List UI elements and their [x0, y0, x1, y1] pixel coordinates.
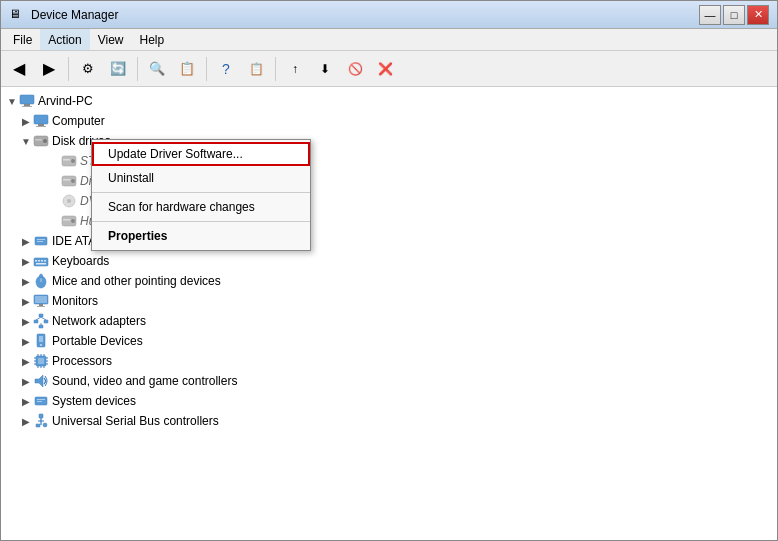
menu-view[interactable]: View [90, 29, 132, 50]
expander-ide[interactable]: ▶ [19, 234, 33, 248]
toolbar-forward[interactable]: ▶ [35, 55, 63, 83]
menu-action[interactable]: Action [40, 29, 89, 50]
ctx-properties[interactable]: Properties [92, 224, 310, 248]
svg-rect-67 [36, 424, 40, 427]
label-network: Network adapters [52, 314, 146, 328]
icon-dvd [61, 193, 77, 209]
tree-item-computer[interactable]: ▶ Computer [1, 111, 777, 131]
toolbar-sep-1 [68, 57, 69, 81]
svg-marker-60 [35, 375, 43, 387]
tree-item-usb[interactable]: ▶ Universal Serial Bus controllers [1, 411, 777, 431]
svg-rect-23 [34, 258, 48, 266]
expander-mice[interactable]: ▶ [19, 274, 33, 288]
toolbar-update[interactable]: 🔄 [104, 55, 132, 83]
toolbar-uninstall[interactable]: ❌ [371, 55, 399, 83]
svg-rect-64 [39, 414, 43, 418]
icon-processors [33, 353, 49, 369]
menu-help[interactable]: Help [132, 29, 173, 50]
icon-disk1 [61, 153, 77, 169]
toolbar-help1[interactable]: ? [212, 55, 240, 83]
expander-processors[interactable]: ▶ [19, 354, 33, 368]
svg-rect-24 [35, 260, 37, 262]
label-portable: Portable Devices [52, 334, 143, 348]
svg-rect-28 [36, 263, 46, 265]
expander-system[interactable]: ▶ [19, 394, 33, 408]
tree-item-arvindpc[interactable]: ▼ Arvind-PC [1, 91, 777, 111]
svg-rect-47 [38, 358, 44, 364]
menu-file[interactable]: File [5, 29, 40, 50]
expander-portable[interactable]: ▶ [19, 334, 33, 348]
svg-point-68 [43, 423, 47, 427]
icon-keyboards [33, 253, 49, 269]
icon-hu [61, 213, 77, 229]
svg-rect-14 [63, 179, 70, 181]
expander-monitors[interactable]: ▶ [19, 294, 33, 308]
ctx-update-driver[interactable]: Update Driver Software... [92, 142, 310, 166]
icon-computer [19, 93, 35, 109]
tree-item-sound[interactable]: ▶ Sound, video and game controllers [1, 371, 777, 391]
label-monitors: Monitors [52, 294, 98, 308]
svg-point-45 [40, 344, 42, 346]
toolbar-properties[interactable]: ⚙ [74, 55, 102, 83]
toolbar-help2[interactable]: 📋 [242, 55, 270, 83]
ctx-scan-hardware[interactable]: Scan for hardware changes [92, 195, 310, 219]
label-processors: Processors [52, 354, 112, 368]
window-title: Device Manager [31, 8, 118, 22]
tree-item-keyboards[interactable]: ▶ Keyboards [1, 251, 777, 271]
device-manager-window: 🖥 Device Manager — □ ✕ File Action View … [0, 0, 778, 541]
close-button[interactable]: ✕ [747, 5, 769, 25]
svg-rect-3 [34, 115, 48, 124]
window-controls: — □ ✕ [699, 5, 769, 25]
expander-computer[interactable]: ▶ [19, 114, 33, 128]
icon-mice [33, 273, 49, 289]
icon-computer-sub [33, 113, 49, 129]
icon-system [33, 393, 49, 409]
tree-item-processors[interactable]: ▶ Proces [1, 351, 777, 371]
label-arvindpc: Arvind-PC [38, 94, 93, 108]
icon-diskdrives [33, 133, 49, 149]
svg-rect-39 [39, 325, 43, 328]
expander-sound[interactable]: ▶ [19, 374, 33, 388]
toolbar-sep-4 [275, 57, 276, 81]
tree-item-portable[interactable]: ▶ Portable Devices [1, 331, 777, 351]
icon-monitors [33, 293, 49, 309]
toolbar-disable[interactable]: 🚫 [341, 55, 369, 83]
toolbar-sep-3 [206, 57, 207, 81]
svg-rect-4 [38, 124, 44, 126]
maximize-button[interactable]: □ [723, 5, 745, 25]
toolbar-add[interactable]: 📋 [173, 55, 201, 83]
expander-disk1 [47, 154, 61, 168]
svg-point-13 [71, 179, 75, 183]
expander-network[interactable]: ▶ [19, 314, 33, 328]
svg-rect-1 [24, 104, 30, 106]
svg-rect-2 [22, 106, 32, 107]
label-computer: Computer [52, 114, 105, 128]
minimize-button[interactable]: — [699, 5, 721, 25]
ctx-uninstall[interactable]: Uninstall [92, 166, 310, 190]
svg-rect-62 [37, 399, 45, 400]
tree-item-monitors[interactable]: ▶ Monitors [1, 291, 777, 311]
svg-rect-27 [44, 260, 46, 262]
svg-rect-11 [63, 159, 70, 161]
toolbar-btn5[interactable]: ↑ [281, 55, 309, 83]
label-sound: Sound, video and game controllers [52, 374, 237, 388]
svg-rect-26 [41, 260, 43, 262]
expander-arvindpc[interactable]: ▼ [5, 94, 19, 108]
tree-item-network[interactable]: ▶ Network adapters [1, 311, 777, 331]
label-keyboards: Keyboards [52, 254, 109, 268]
main-content: ▼ Arvind-PC ▶ Computer [1, 87, 777, 540]
tree-item-system[interactable]: ▶ System devices [1, 391, 777, 411]
toolbar: ◀ ▶ ⚙ 🔄 🔍 📋 ? 📋 ↑ ⬇ 🚫 ❌ [1, 51, 777, 87]
toolbar-btn6[interactable]: ⬇ [311, 55, 339, 83]
context-menu: Update Driver Software... Uninstall Scan… [91, 139, 311, 251]
icon-ide [33, 233, 49, 249]
svg-point-7 [43, 139, 47, 143]
toolbar-scan[interactable]: 🔍 [143, 55, 171, 83]
label-usb: Universal Serial Bus controllers [52, 414, 219, 428]
svg-rect-33 [35, 296, 47, 303]
tree-item-mice[interactable]: ▶ Mice and other pointing devices [1, 271, 777, 291]
expander-diskdrives[interactable]: ▼ [19, 134, 33, 148]
expander-keyboards[interactable]: ▶ [19, 254, 33, 268]
toolbar-back[interactable]: ◀ [5, 55, 33, 83]
expander-usb[interactable]: ▶ [19, 414, 33, 428]
